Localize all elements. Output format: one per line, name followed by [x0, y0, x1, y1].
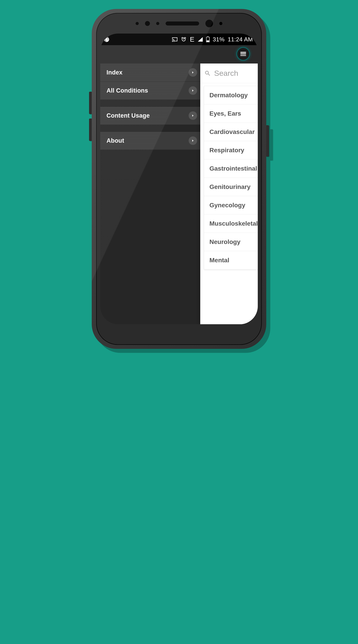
category-list: Dermatology Eyes, Ears Cardiovascular Re… — [204, 86, 258, 270]
battery-percent: 31% — [213, 36, 225, 43]
list-item[interactable]: Musculoskeletal — [204, 214, 258, 233]
content-page: Search Dermatology Eyes, Ears Cardiovasc… — [200, 64, 258, 324]
signal-icon — [198, 37, 203, 42]
menu-button[interactable] — [237, 48, 249, 60]
drawer-item-about[interactable]: About — [100, 132, 200, 150]
clock-time: 11:24 AM — [228, 36, 253, 43]
alarm-icon — [181, 36, 187, 42]
list-item-label: Cardiovascular — [209, 128, 255, 136]
list-item[interactable]: Neurology — [204, 233, 258, 251]
drawer-item-all-conditions[interactable]: All Conditions — [100, 82, 200, 100]
drawer-item-index[interactable]: Index — [100, 64, 200, 82]
search-input[interactable]: Search — [200, 64, 258, 83]
search-placeholder: Search — [214, 69, 238, 78]
battery-icon — [206, 36, 210, 42]
cast-icon — [172, 37, 178, 42]
hamburger-icon — [240, 52, 246, 56]
list-item[interactable]: Mental — [204, 251, 258, 270]
list-item[interactable]: Cardiovascular — [204, 123, 258, 141]
search-icon — [204, 70, 211, 77]
svg-rect-2 — [207, 36, 208, 37]
list-item-label: Eyes, Ears — [209, 110, 241, 117]
list-item[interactable]: Eyes, Ears — [204, 104, 258, 123]
list-item-label: Gynecology — [209, 202, 245, 209]
list-item[interactable]: Gastrointestinal — [204, 160, 258, 178]
chevron-right-icon — [189, 111, 197, 120]
drawer-item-label: All Conditions — [107, 87, 148, 94]
list-item-label: Musculoskeletal — [209, 220, 258, 227]
list-item[interactable]: Genitourinary — [204, 178, 258, 196]
svg-rect-3 — [207, 40, 209, 42]
list-item-label: Mental — [209, 257, 229, 264]
list-item-label: Respiratory — [209, 147, 244, 154]
drawer-item-content-usage[interactable]: Content Usage — [100, 107, 200, 125]
list-item[interactable]: Respiratory — [204, 141, 258, 160]
screen: Index All Conditions Co — [100, 34, 258, 324]
status-bar: E 31% 11:24 AM — [100, 34, 258, 45]
drawer-item-label: About — [107, 137, 124, 144]
drawer-item-label: Content Usage — [107, 112, 150, 119]
chevron-right-icon — [189, 136, 197, 145]
app-bar — [100, 45, 258, 64]
chevron-right-icon — [189, 86, 197, 95]
list-item-label: Dermatology — [209, 92, 248, 99]
power-button[interactable] — [266, 125, 269, 156]
list-item-label: Genitourinary — [209, 183, 251, 190]
list-item[interactable]: Gynecology — [204, 196, 258, 214]
phone-frame: Index All Conditions Co — [92, 9, 266, 349]
drawer-item-label: Index — [107, 69, 123, 76]
list-item[interactable]: Dermatology — [204, 86, 258, 104]
sensor-cluster — [92, 20, 266, 27]
list-item-label: Gastrointestinal — [209, 165, 257, 172]
chevron-right-icon — [189, 68, 197, 77]
network-type: E — [190, 36, 194, 43]
list-item-label: Neurology — [209, 238, 240, 246]
nav-drawer: Index All Conditions Co — [100, 34, 200, 324]
